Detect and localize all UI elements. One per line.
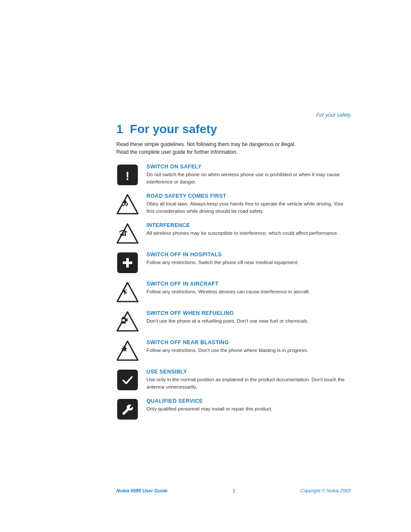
- icon-triangle: [116, 310, 139, 333]
- section-label: For your safety: [316, 112, 351, 118]
- svg-rect-4: [125, 203, 127, 205]
- item-title-switch-off-hospitals: SWITCH OFF IN HOSPITALS: [146, 252, 351, 258]
- item-desc-road-safety: Obey all local laws. Always keep your ha…: [146, 200, 351, 215]
- intro-text: Read these simple guidelines. Not follow…: [116, 140, 351, 156]
- main-content: 1 For your safety Read these simple guid…: [0, 118, 411, 445]
- item-desc-switch-off-refueling: Don't use the phone at a refuelling poin…: [146, 317, 351, 325]
- item-title-switch-on-safely: SWITCH ON SAFELY: [146, 164, 351, 170]
- svg-rect-18: [127, 318, 128, 320]
- svg-rect-10: [125, 231, 126, 236]
- safety-item-switch-on-safely: ! SWITCH ON SAFELYDo not switch the phon…: [116, 164, 351, 186]
- safety-item-road-safety: ROAD SAFETY COMES FIRSTObey all local la…: [116, 193, 351, 215]
- icon-square: [116, 252, 139, 274]
- svg-rect-8: [120, 234, 121, 236]
- item-desc-interference: All wireless phones may be susceptible t…: [146, 230, 351, 237]
- svg-marker-13: [117, 283, 138, 302]
- svg-rect-12: [123, 261, 132, 264]
- item-content-qualified-service: QUALIFIED SERVICEOnly qualified personne…: [146, 398, 351, 413]
- item-content-switch-off-hospitals: SWITCH OFF IN HOSPITALSFollow any restri…: [146, 252, 351, 266]
- svg-marker-14: [117, 312, 138, 331]
- icon-square: [116, 369, 139, 391]
- item-desc-switch-off-blasting: Follow any restrictions. Don't use the p…: [146, 347, 351, 354]
- page: For your safety 1 For your safety Read t…: [0, 0, 411, 532]
- item-desc-switch-on-safely: Do not switch the phone on when wireless…: [146, 171, 351, 185]
- item-title-use-sensibly: USE SENSIBLY: [146, 369, 351, 375]
- item-title-switch-off-aircraft: SWITCH OFF IN AIRCRAFT: [146, 281, 351, 287]
- item-content-switch-off-refueling: SWITCH OFF WHEN REFUELINGDon't use the p…: [146, 310, 351, 325]
- svg-rect-3: [123, 203, 125, 205]
- item-title-qualified-service: QUALIFIED SERVICE: [146, 398, 351, 404]
- item-content-road-safety: ROAD SAFETY COMES FIRSTObey all local la…: [146, 193, 351, 215]
- item-desc-qualified-service: Only qualified personnel may install or …: [146, 405, 351, 413]
- item-desc-switch-off-hospitals: Follow any restrictions. Switch the phon…: [146, 259, 351, 266]
- svg-marker-20: [117, 341, 138, 360]
- item-title-switch-off-blasting: SWITCH OFF NEAR BLASTING: [146, 339, 351, 345]
- svg-rect-19: [122, 319, 125, 321]
- item-content-use-sensibly: USE SENSIBLYUse only in the normal posit…: [146, 369, 351, 390]
- icon-triangle: [116, 222, 139, 245]
- item-content-switch-on-safely: SWITCH ON SAFELYDo not switch the phone …: [146, 164, 351, 185]
- icon-square: [116, 398, 139, 420]
- chapter-number: 1: [116, 122, 123, 136]
- safety-item-switch-off-hospitals: SWITCH OFF IN HOSPITALSFollow any restri…: [116, 252, 351, 274]
- item-title-switch-off-refueling: SWITCH OFF WHEN REFUELING: [146, 310, 351, 316]
- footer-center: 1: [233, 488, 235, 493]
- footer: Nokia 6585 User Guide 1 Copyright © Noki…: [0, 488, 411, 493]
- svg-rect-16: [122, 317, 125, 318]
- svg-point-6: [126, 205, 128, 206]
- safety-item-switch-off-refueling: SWITCH OFF WHEN REFUELINGDon't use the p…: [116, 310, 351, 333]
- safety-item-qualified-service: QUALIFIED SERVICEOnly qualified personne…: [116, 398, 351, 420]
- safety-item-switch-off-aircraft: SWITCH OFF IN AIRCRAFTFollow any restric…: [116, 281, 351, 303]
- icon-triangle: [116, 339, 139, 362]
- icon-square: !: [116, 164, 139, 186]
- chapter-name: For your safety: [130, 122, 217, 136]
- safety-item-interference: INTERFERENCEAll wireless phones may be s…: [116, 222, 351, 245]
- safety-items-container: ! SWITCH ON SAFELYDo not switch the phon…: [116, 164, 351, 420]
- svg-marker-7: [117, 224, 138, 243]
- svg-point-5: [123, 205, 124, 206]
- icon-triangle: [116, 281, 139, 303]
- item-title-road-safety: ROAD SAFETY COMES FIRST: [146, 193, 351, 199]
- footer-left: Nokia 6585 User Guide: [116, 488, 168, 493]
- icon-triangle: [116, 193, 139, 215]
- item-content-switch-off-aircraft: SWITCH OFF IN AIRCRAFTFollow any restric…: [146, 281, 351, 296]
- item-desc-switch-off-aircraft: Follow any restrictions. Wireless device…: [146, 288, 351, 296]
- chapter-title: 1 For your safety: [116, 122, 351, 136]
- section-header: For your safety: [0, 0, 411, 118]
- item-content-switch-off-blasting: SWITCH OFF NEAR BLASTINGFollow any restr…: [146, 339, 351, 354]
- item-desc-use-sensibly: Use only in the normal position as expla…: [146, 376, 351, 390]
- svg-text:!: !: [125, 169, 129, 182]
- safety-item-use-sensibly: USE SENSIBLYUse only in the normal posit…: [116, 369, 351, 391]
- item-title-interference: INTERFERENCE: [146, 222, 351, 228]
- svg-rect-9: [122, 233, 124, 236]
- item-content-interference: INTERFERENCEAll wireless phones may be s…: [146, 222, 351, 237]
- safety-item-switch-off-blasting: SWITCH OFF NEAR BLASTINGFollow any restr…: [116, 339, 351, 362]
- footer-right: Copyright © Nokia 2003: [300, 488, 351, 493]
